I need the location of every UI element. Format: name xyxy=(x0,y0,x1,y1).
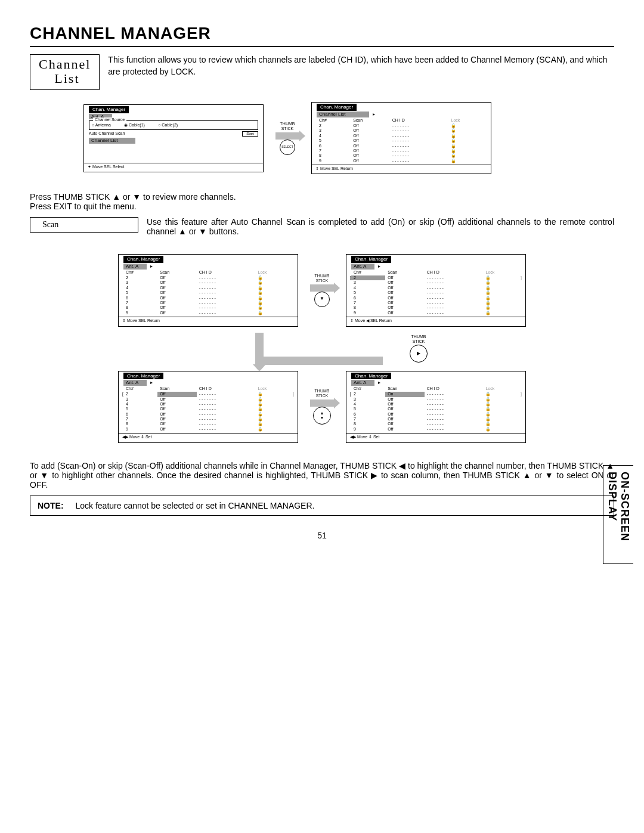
page-number: 51 xyxy=(30,531,614,540)
scan-box: Scan xyxy=(30,217,138,233)
osd-footer: ◀▶ Move ⇕ Set xyxy=(119,433,298,439)
channel-list-box: Channel List xyxy=(30,54,100,90)
channel-table: Ch#ScanCH I DLock 2Off- - - - - - -🔒 3Of… xyxy=(123,270,293,316)
channel-table: Ch#ScanCH I DLock 2Off- - - - - - -🔒 3Of… xyxy=(351,270,521,316)
note-box: NOTE: Lock feature cannot be selected or… xyxy=(30,496,614,516)
thumb-stick-label: THUMB STICK xyxy=(411,335,426,343)
group-channel-source: Channel Source xyxy=(93,117,126,122)
osd-scan-step2: Chan. Manager Ant. A Ch#ScanCH I DLock 2… xyxy=(346,254,526,326)
select-label: SELECT xyxy=(281,145,293,149)
osd-scan-step1: Chan. Manager Ant. A Ch#ScanCH I DLock 2… xyxy=(118,254,298,326)
osd-footer: ⇕ Move SEL Return xyxy=(119,317,298,323)
thumb-down-icon: ▼ xyxy=(314,292,330,307)
osd-footer: ✦ Move SEL Select xyxy=(84,163,263,169)
side-tab-on-screen-display: ON-SCREEN DISPLAY xyxy=(603,465,633,564)
osd-header: Chan. Manager xyxy=(351,373,391,380)
thumb-stick-label: THUMB STICK xyxy=(315,274,330,283)
thumb-stick-label: THUMB STICK xyxy=(280,122,295,131)
scan-instructions: To add (Scan-On) or skip (Scan-Off) addi… xyxy=(30,461,614,490)
select-button-icon: SELECT xyxy=(280,140,295,155)
thumb-updown-icon: ▲▼ xyxy=(313,407,331,425)
thumb-stick-label: THUMB STICK xyxy=(315,389,330,398)
divider xyxy=(30,46,614,47)
flow-arrow-icon xyxy=(310,400,334,407)
note-label: NOTE: xyxy=(38,501,64,510)
flow-arrow-icon xyxy=(275,132,299,140)
osd-header: Chan. Manager xyxy=(89,106,129,113)
osd-ant-sub: Ant. A xyxy=(123,380,147,386)
osd-scan-step3: Chan. Manager Ant. A Ch#ScanCH I DLock 2… xyxy=(118,371,298,443)
radio-antenna: Antenna xyxy=(92,123,111,128)
osd-ant-sub: Ant. A xyxy=(351,264,374,270)
row-auto-scan: Auto Channel Scan xyxy=(89,131,125,137)
channel-table: Ch#ScanCH I DLock 2Off- - - - - - -🔒 3Of… xyxy=(317,117,486,164)
osd-sub-channel-list: Channel List xyxy=(317,112,369,117)
start-button: Start xyxy=(242,131,258,137)
osd-ant-sub: Ant. A xyxy=(351,380,374,386)
flow-connector xyxy=(255,333,383,365)
review-instructions: Press THUMB STICK ▲ or ▼ to review more … xyxy=(30,192,614,211)
osd-ant-sub: Ant. A xyxy=(123,264,147,270)
page-title: CHANNEL MANAGER xyxy=(30,24,614,43)
osd-menu-chan-manager: Chan. Manager Ant. A Channel Source Ante… xyxy=(83,104,264,172)
osd-header: Chan. Manager xyxy=(123,373,163,380)
osd-footer: ⇕ Move SEL Return xyxy=(312,165,491,171)
note-text: Lock feature cannot be selected or set i… xyxy=(75,501,314,510)
osd-scan-step4: Chan. Manager Ant. A Ch#ScanCH I DLock 2… xyxy=(346,371,526,443)
scan-description: Use this feature after Auto Channel Scan… xyxy=(147,217,614,236)
osd-channel-list-1: Chan. Manager Channel List Ch#ScanCH I D… xyxy=(311,102,491,174)
thumb-right-icon: ▶ xyxy=(410,345,428,363)
channel-table: Ch#ScanCH I DLock 2On- - - - - - -🔒 3Off… xyxy=(351,386,521,432)
osd-header: Chan. Manager xyxy=(123,256,163,263)
flow-arrow-icon xyxy=(310,284,334,292)
radio-cable2: Cable(2) xyxy=(158,123,178,128)
osd-footer: ⇕ Move ◀ SEL Return xyxy=(346,317,525,323)
radio-cable1: Cable(1) xyxy=(124,123,145,128)
osd-header: Chan. Manager xyxy=(351,256,391,263)
row-channel-list: Channel List xyxy=(89,138,135,144)
channel-table: Ch#ScanCH I DLock 2Off- - - - - - -🔒 3Of… xyxy=(123,386,293,432)
channel-list-intro: This function allows you to review which… xyxy=(108,54,614,78)
osd-footer: ◀▶ Move ⇕ Set xyxy=(346,433,525,439)
osd-header: Chan. Manager xyxy=(317,104,357,111)
